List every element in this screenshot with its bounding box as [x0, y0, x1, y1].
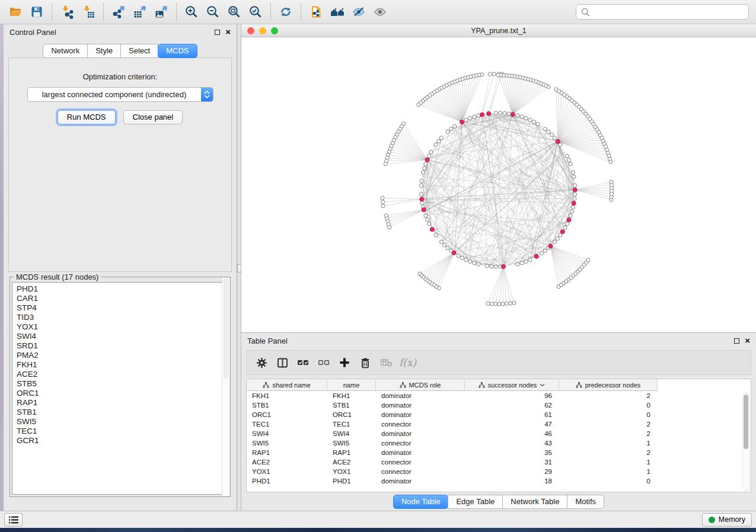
cell: dominator [376, 476, 465, 486]
minimize-window-icon[interactable] [259, 27, 266, 34]
tab-motifs[interactable]: Motifs [567, 495, 604, 509]
memory-status-icon [709, 517, 715, 523]
table-options-button[interactable] [254, 355, 269, 370]
deselect-all-rows-button[interactable] [316, 355, 331, 370]
column-header-name[interactable]: name [327, 379, 376, 391]
mcds-result-item[interactable]: STB5 [17, 379, 218, 389]
column-header-predecessor-nodes[interactable]: predecessor nodes [559, 379, 658, 391]
mcds-result-title: MCDS result (17 nodes) [14, 273, 101, 281]
mcds-result-item[interactable]: TID3 [17, 313, 218, 322]
result-list-scrollbar[interactable] [222, 278, 229, 496]
mcds-result-item[interactable]: PHD1 [17, 284, 218, 294]
memory-button[interactable]: Memory [702, 513, 752, 527]
table-toolbar: f(x) [246, 350, 751, 375]
mcds-tab-content: Optimization criterion: largest connecte… [8, 57, 232, 272]
mcds-result-item[interactable]: SWI5 [17, 417, 218, 427]
cell: dominator [376, 410, 465, 419]
table-row[interactable]: YOX1YOX1connector291 [247, 467, 751, 476]
mcds-result-item[interactable]: PMA2 [17, 351, 218, 360]
mcds-result-item[interactable]: YOX1 [17, 322, 218, 332]
open-file-button[interactable] [5, 2, 26, 21]
tab-node-table[interactable]: Node Table [393, 495, 449, 509]
table-row[interactable]: TEC1TEC1connector472 [247, 419, 751, 429]
zoom-out-button[interactable] [202, 2, 224, 21]
column-header-mcds-role[interactable]: MCDS role [376, 379, 465, 391]
mcds-result-item[interactable]: SRD1 [17, 341, 218, 351]
search-input[interactable] [594, 8, 744, 17]
mcds-result-item[interactable]: GCR1 [17, 436, 218, 446]
first-neighbors-button[interactable] [327, 2, 348, 21]
float-panel-icon[interactable] [215, 30, 220, 35]
open-folder-icon [8, 5, 23, 19]
delete-columns-button[interactable] [358, 355, 373, 370]
node-table: shared namenameMCDS rolesuccessor nodesp… [246, 379, 751, 492]
mcds-result-item[interactable]: STB1 [17, 408, 218, 417]
refresh-icon [279, 5, 293, 19]
show-all-button[interactable] [369, 2, 391, 21]
export-network-button[interactable] [108, 2, 129, 21]
close-panel-button[interactable]: Close panel [123, 110, 183, 124]
table-row[interactable]: SWI5SWI5connector431 [247, 438, 751, 448]
cell: connector [376, 467, 465, 476]
tab-network-table[interactable]: Network Table [502, 495, 567, 509]
tab-mcds[interactable]: MCDS [158, 44, 197, 58]
gear-icon [256, 357, 267, 368]
splitter-handle-icon[interactable] [237, 264, 241, 273]
table-row[interactable]: SWI4SWI4dominator462 [247, 429, 751, 438]
float-table-panel-icon[interactable] [734, 338, 739, 344]
create-column-button[interactable] [337, 355, 352, 370]
show-columns-button[interactable] [275, 355, 290, 370]
zoom-fit-button[interactable] [224, 2, 245, 21]
tab-edge-table[interactable]: Edge Table [448, 495, 503, 509]
close-table-panel-icon[interactable]: × [745, 338, 750, 344]
mcds-result-item[interactable]: TEC1 [17, 427, 218, 436]
close-window-icon[interactable] [247, 27, 254, 34]
zoom-in-button[interactable] [181, 2, 202, 21]
mcds-result-item[interactable]: ACE2 [17, 370, 218, 379]
run-mcds-button[interactable]: Run MCDS [58, 110, 116, 124]
tab-select[interactable]: Select [120, 44, 158, 58]
clone-network-button[interactable] [305, 2, 327, 21]
tab-style[interactable]: Style [87, 44, 121, 58]
cell: STB1 [247, 400, 327, 410]
network-view[interactable] [241, 37, 756, 332]
mcds-result-list[interactable]: PHD1CAR1STP4TID3YOX1SWI4SRD1PMA2FKH1ACE2… [12, 282, 228, 495]
hide-selected-button[interactable] [348, 2, 369, 21]
mcds-result-item[interactable]: RAP1 [17, 398, 218, 408]
columns-icon [277, 357, 288, 368]
maximize-window-icon[interactable] [271, 27, 278, 34]
table-scrollbar[interactable] [742, 392, 749, 491]
column-header-shared-name[interactable]: shared name [247, 379, 327, 391]
column-header-successor-nodes[interactable]: successor nodes [465, 379, 559, 391]
mcds-result-item[interactable]: SWI4 [17, 332, 218, 341]
mcds-result-item[interactable]: STP4 [17, 303, 218, 313]
tab-network[interactable]: Network [43, 44, 88, 58]
import-network-button[interactable] [56, 2, 78, 21]
panel-splitter[interactable] [237, 24, 241, 511]
close-panel-icon[interactable]: × [225, 29, 231, 35]
export-table-button[interactable] [129, 2, 151, 21]
select-all-rows-button[interactable] [295, 355, 311, 370]
mcds-result-item[interactable]: ORC1 [17, 389, 218, 398]
table-row[interactable]: ACE2ACE2connector311 [247, 457, 751, 467]
export-image-button[interactable] [151, 2, 172, 21]
table-row[interactable]: PHD1PHD1dominator180 [247, 476, 751, 486]
refresh-view-button[interactable] [275, 2, 296, 21]
mcds-result-item[interactable]: CAR1 [17, 294, 218, 303]
table-row[interactable]: RAP1RAP1dominator352 [247, 448, 751, 457]
network-window-titlebar: YPA_prune.txt_1 [241, 24, 756, 37]
mcds-result-item[interactable]: FKH1 [17, 360, 218, 370]
table-row[interactable]: STB1STB1dominator620 [247, 400, 751, 410]
cell: SWI4 [247, 429, 327, 438]
delete-table-icon [380, 358, 393, 367]
search-box [576, 4, 749, 20]
task-history-button[interactable] [4, 513, 23, 527]
scrollbar-thumb[interactable] [744, 395, 748, 449]
criterion-dropdown[interactable]: largest connected component (undirected) [27, 87, 213, 102]
table-row[interactable]: ORC1ORC1dominator610 [247, 410, 751, 419]
save-session-button[interactable] [26, 2, 47, 21]
zoom-selected-button[interactable] [245, 2, 266, 21]
import-table-button[interactable] [78, 2, 99, 21]
attribute-type-icon [263, 382, 269, 388]
table-row[interactable]: FKH1FKH1dominator962 [247, 391, 751, 400]
